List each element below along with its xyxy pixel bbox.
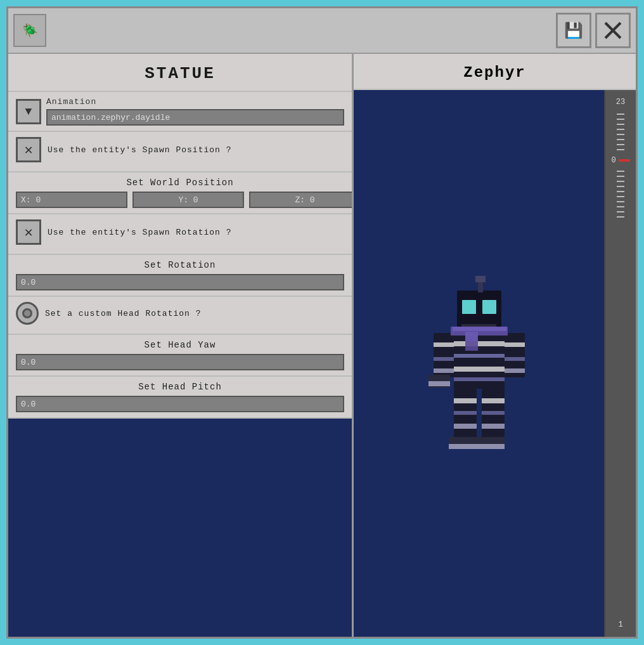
set-rotation-header: Set Rotation: [16, 260, 344, 270]
tick-8: [617, 149, 624, 150]
app-icon: 🪲: [13, 14, 46, 47]
tick-14: [617, 196, 624, 197]
spawn-position-label: Use the entity's Spawn Position ?: [48, 145, 231, 155]
svg-rect-21: [505, 368, 525, 373]
tick-10: [617, 176, 624, 177]
tick-9: [617, 171, 624, 172]
rotation-input[interactable]: [16, 274, 344, 290]
tick-5: [617, 134, 624, 135]
svg-rect-27: [454, 424, 477, 429]
scroll-area-wrapper: 23 0: [354, 90, 636, 637]
tick-1: [617, 114, 624, 115]
svg-rect-16: [434, 357, 454, 361]
close-button[interactable]: [595, 13, 631, 48]
svg-rect-23: [428, 381, 450, 386]
spawn-rotation-row: ✕ Use the entity's Spawn Rotation ?: [16, 219, 344, 245]
custom-head-checkbox[interactable]: [16, 302, 39, 325]
svg-rect-29: [482, 398, 505, 403]
svg-rect-31: [482, 424, 505, 429]
z-input[interactable]: [249, 192, 354, 208]
tick-3: [617, 124, 624, 125]
title-bar-buttons: 💾: [556, 13, 631, 48]
svg-rect-6: [454, 377, 505, 381]
animation-section: ▼ Animation: [8, 92, 352, 132]
left-panel: STATUE ▼ Animation ✕: [8, 54, 354, 637]
scroll-label-top: 23: [616, 98, 625, 107]
svg-rect-3: [454, 341, 505, 346]
svg-rect-37: [453, 327, 506, 331]
head-pitch-section: Set Head Pitch: [8, 377, 352, 419]
tick-15: [617, 201, 624, 202]
animation-dropdown: ▼ Animation: [16, 97, 344, 126]
svg-rect-20: [505, 357, 525, 361]
custom-head-label: Set a custom Head Rotation ?: [45, 309, 201, 318]
tick-11: [617, 181, 624, 182]
tick-4: [617, 129, 624, 130]
y-input[interactable]: [132, 192, 244, 208]
zero-row: 0: [611, 153, 629, 167]
title-bar-left: 🪲: [13, 14, 46, 47]
head-pitch-input[interactable]: [16, 396, 344, 412]
svg-rect-5: [454, 367, 505, 372]
svg-rect-30: [482, 411, 505, 415]
svg-rect-25: [454, 398, 477, 403]
scroll-label-zero: 0: [611, 156, 615, 165]
head-yaw-section: Set Head Yaw: [8, 335, 352, 377]
chevron-down-icon: ▼: [25, 105, 32, 118]
svg-rect-11: [475, 276, 486, 282]
custom-head-section: Set a custom Head Rotation ?: [8, 297, 352, 335]
custom-head-row: Set a custom Head Rotation ?: [16, 302, 344, 325]
scroll-indicator: [619, 159, 630, 162]
spawn-rotation-checkbox[interactable]: ✕: [16, 219, 41, 245]
tick-12: [617, 186, 624, 187]
animation-dropdown-button[interactable]: ▼: [16, 99, 41, 124]
spawn-rotation-section: ✕ Use the entity's Spawn Rotation ?: [8, 214, 352, 255]
viewport-area: [354, 90, 604, 637]
save-button[interactable]: 💾: [556, 13, 591, 48]
world-position-header: Set World Position: [16, 178, 344, 188]
circle-icon: [22, 308, 32, 318]
world-position-section: Set World Position: [8, 173, 352, 214]
scrollbar[interactable]: 23 0: [604, 90, 636, 637]
svg-rect-26: [454, 411, 477, 415]
tick-16: [617, 206, 624, 207]
svg-rect-33: [449, 444, 477, 449]
spawn-position-checkbox[interactable]: ✕: [16, 137, 41, 162]
scroll-label-bottom: 1: [618, 620, 622, 629]
title-bar: 🪲 💾: [8, 8, 636, 54]
head-pitch-header: Set Head Pitch: [16, 382, 344, 392]
svg-rect-9: [482, 300, 496, 314]
right-title: Zephyr: [354, 54, 636, 90]
tick-18: [617, 216, 624, 218]
x-icon: ✕: [24, 141, 32, 159]
spawn-position-section: ✕ Use the entity's Spawn Position ?: [8, 132, 352, 173]
tick-2: [617, 119, 624, 120]
svg-rect-4: [454, 354, 505, 358]
panel-title: STATUE: [8, 54, 352, 92]
tick-6: [617, 139, 624, 140]
x-icon-2: ✕: [24, 224, 32, 241]
bottom-blue-area: [8, 419, 352, 637]
tick-17: [617, 211, 624, 212]
right-panel: Zephyr: [354, 54, 636, 637]
spawn-position-row: ✕ Use the entity's Spawn Position ?: [16, 137, 344, 162]
svg-rect-39: [465, 332, 478, 341]
svg-rect-35: [477, 444, 505, 449]
spawn-rotation-label: Use the entity's Spawn Rotation ?: [48, 228, 231, 237]
svg-rect-19: [505, 342, 525, 347]
animation-input[interactable]: [46, 109, 344, 126]
head-yaw-input[interactable]: [16, 354, 344, 370]
svg-rect-8: [462, 300, 476, 314]
xyz-row: [16, 192, 344, 208]
head-yaw-header: Set Head Yaw: [16, 340, 344, 350]
tick-7: [617, 144, 624, 145]
svg-rect-15: [434, 342, 454, 347]
main-content: STATUE ▼ Animation ✕: [8, 54, 636, 637]
tick-13: [617, 191, 624, 192]
x-input[interactable]: [16, 192, 127, 208]
character-sprite: [409, 230, 549, 497]
svg-rect-17: [434, 368, 454, 373]
animation-label: Animation: [46, 97, 344, 107]
set-rotation-section: Set Rotation: [8, 255, 352, 297]
